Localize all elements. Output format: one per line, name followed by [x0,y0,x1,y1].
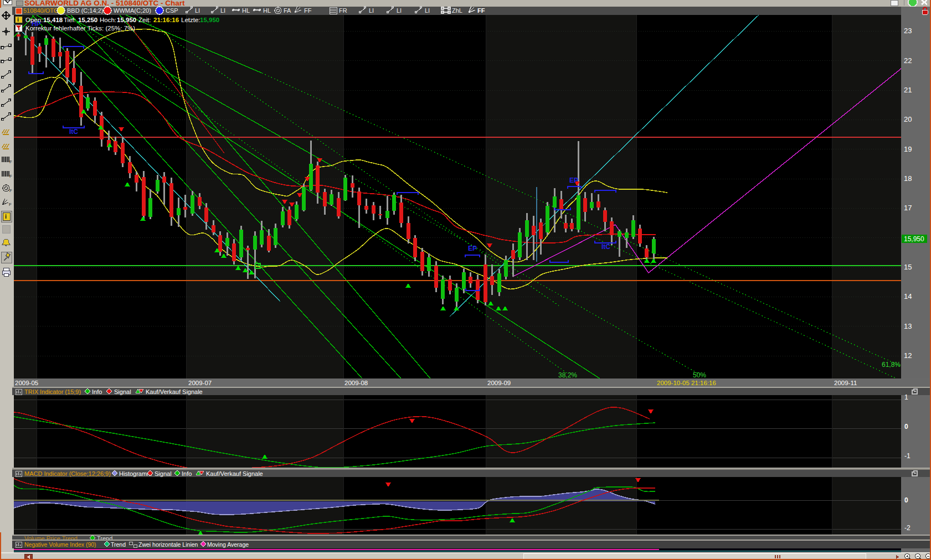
svg-text:i: i [5,213,7,220]
svg-text:Info: Info [182,470,192,477]
svg-text:Kauf/Verkauf Signale: Kauf/Verkauf Signale [146,388,203,395]
svg-text:LI: LI [397,7,402,14]
svg-text:EP: EP [569,177,578,184]
svg-text:LI: LI [369,7,374,14]
svg-text:1: 1 [904,393,908,401]
svg-text:Zeit:: Zeit: [138,17,151,23]
svg-text:15,950: 15,950 [200,17,219,23]
svg-text:LI: LI [220,7,225,14]
svg-text:ItC: ItC [69,128,78,136]
svg-text:Negative Volume Index (90): Negative Volume Index (90) [24,541,96,548]
svg-text:FR: FR [339,7,347,14]
svg-text:2009-05: 2009-05 [15,380,38,386]
svg-text:F: F [9,159,12,164]
svg-text:F: F [9,188,12,193]
svg-text:23: 23 [904,27,912,35]
svg-text:0: 0 [904,496,908,504]
svg-text:2009-11: 2009-11 [834,380,857,386]
svg-text:14: 14 [904,292,912,300]
svg-text:Zwei horizontale Linien: Zwei horizontale Linien [138,541,198,548]
svg-text:EP: EP [468,245,477,252]
svg-text:61,8%: 61,8% [882,361,901,369]
svg-text:BBD (C;14;2): BBD (C;14;2) [67,7,103,14]
svg-text:15,950: 15,950 [117,17,136,23]
svg-text:LI: LI [195,7,200,14]
svg-text:i: i [17,16,19,23]
svg-text:ZhL: ZhL [452,7,462,14]
svg-text:0: 0 [904,423,908,431]
svg-text:38,2%: 38,2% [558,371,577,379]
svg-text:Tief:: Tief: [64,17,76,23]
svg-text:F: F [9,174,12,179]
svg-text:20: 20 [904,115,912,123]
svg-text:WWMA(C;20): WWMA(C;20) [114,7,151,14]
svg-text:CSP: CSP [166,7,178,14]
svg-text:Kauf/Verkauf Signale: Kauf/Verkauf Signale [206,470,263,477]
svg-text:Signal: Signal [114,388,131,395]
svg-text:2009-10-05 21:16:16: 2009-10-05 21:16:16 [657,380,716,386]
svg-text:12: 12 [904,351,912,360]
svg-text:TRIX Indicator (15;9): TRIX Indicator (15;9) [24,388,81,395]
svg-text:Hoch:: Hoch: [100,17,116,23]
svg-text:Info: Info [92,388,102,395]
svg-text:21: 21 [904,86,912,94]
svg-text:15,950: 15,950 [904,235,924,243]
svg-text:HL: HL [263,7,271,14]
svg-text:50%: 50% [693,371,706,379]
svg-text:Moving Average: Moving Average [207,541,249,548]
svg-text:17: 17 [904,204,912,212]
svg-text:HL: HL [242,7,250,14]
svg-text:Histogramm: Histogramm [119,470,152,477]
svg-text:510840/OTC: 510840/OTC [23,7,58,14]
svg-text:-1: -1 [904,452,911,460]
svg-text:2009-08: 2009-08 [344,380,368,386]
svg-text:Trend: Trend [111,541,126,548]
svg-text:2009-09: 2009-09 [487,380,511,386]
svg-text:2009-07: 2009-07 [188,380,212,386]
svg-text:SOLARWORLD AG O.N. - 510840/OT: SOLARWORLD AG O.N. - 510840/OTC - Chart [24,0,185,7]
svg-text:15,418: 15,418 [43,17,63,23]
svg-text:13: 13 [904,322,912,330]
svg-text:FA: FA [284,7,291,14]
svg-text:15: 15 [904,263,912,271]
svg-text:FF: FF [477,7,485,14]
svg-text:-2: -2 [904,524,911,532]
svg-text:19: 19 [904,145,912,153]
svg-text:FF: FF [304,7,312,14]
svg-text:ItC: ItC [601,243,610,251]
svg-text:LI: LI [425,7,430,14]
svg-text:F: F [9,202,12,207]
svg-text:MACD Indicator (Close;12;26;9): MACD Indicator (Close;12;26;9) [24,470,111,477]
svg-text:Letzte:: Letzte: [181,17,200,23]
svg-text:15,250: 15,250 [78,17,97,23]
svg-text:Signal: Signal [155,470,172,477]
svg-text:21:16:16: 21:16:16 [153,17,179,23]
svg-text:18: 18 [904,174,912,183]
svg-text:Korrektur fehlerhafter Ticks:: Korrektur fehlerhafter Ticks: (25%; 7%) [25,25,135,32]
svg-text:Open:: Open: [25,17,43,23]
svg-text:22: 22 [904,56,912,65]
